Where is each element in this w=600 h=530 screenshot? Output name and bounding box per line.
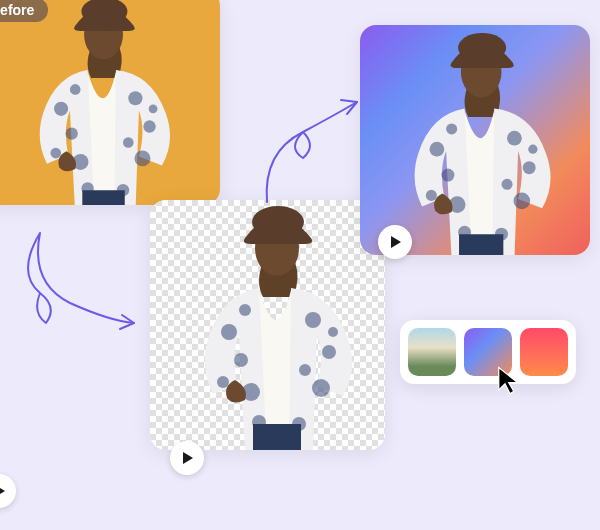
preset-beach[interactable] [408,328,456,376]
person-illustration [168,200,378,450]
flow-arrow-1 [10,225,140,365]
preset-red[interactable] [520,328,568,376]
play-button-stage-2[interactable] [170,441,204,475]
person-illustration [380,25,575,255]
before-card: Before [0,0,220,205]
play-button-stage-1[interactable] [0,474,16,508]
play-icon [390,236,402,248]
play-button-stage-3[interactable] [378,225,412,259]
play-icon [0,485,6,497]
before-badge: Before [0,0,48,22]
flow-arrow-2 [255,90,365,210]
play-icon [182,452,194,464]
preset-gradient[interactable] [464,328,512,376]
person-illustration [0,0,210,205]
removed-bg-card [150,200,385,450]
after-card [360,25,590,255]
background-preset-tray [400,320,576,384]
